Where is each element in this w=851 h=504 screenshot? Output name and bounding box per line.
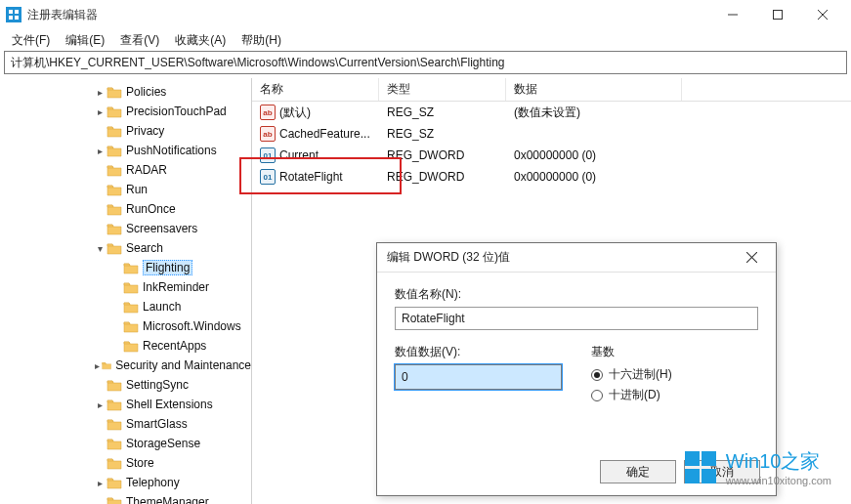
list-row[interactable]: ab(默认)REG_SZ(数值未设置) (252, 102, 851, 123)
value-name: RotateFlight (279, 170, 343, 184)
tree-item[interactable]: ▸Security and Maintenance (0, 356, 251, 375)
value-type: REG_SZ (379, 105, 506, 119)
svg-rect-1 (15, 10, 19, 14)
tree-item[interactable]: ▸PrecisionTouchPad (0, 102, 251, 121)
tree-item[interactable]: RunOnce (0, 199, 251, 219)
value-data: 0x00000000 (0) (506, 148, 682, 162)
list-row[interactable]: 01CurrentREG_DWORD0x00000000 (0) (252, 145, 851, 166)
tree-item-label: SettingSync (126, 378, 189, 392)
tree-item-label: Security and Maintenance (115, 358, 251, 372)
maximize-button[interactable] (755, 0, 800, 29)
svg-rect-5 (774, 11, 783, 20)
value-data: 0x00000000 (0) (506, 170, 682, 184)
radio-dec[interactable]: 十进制(D) (591, 387, 758, 403)
tree-item-label: RunOnce (126, 202, 176, 216)
dialog-title: 编辑 DWORD (32 位)值 (387, 249, 737, 266)
tree-item[interactable]: ▸Telephony (0, 473, 251, 492)
tree-item-label: RADAR (126, 163, 167, 177)
regedit-icon (6, 7, 21, 22)
tree-item[interactable]: Screensavers (0, 219, 251, 238)
tree-item-label: Store (126, 456, 154, 470)
tree-item[interactable]: Microsoft.Windows (0, 316, 251, 336)
menu-help[interactable]: 帮助(H) (234, 30, 289, 51)
value-data-input[interactable] (395, 364, 562, 390)
edit-dword-dialog: 编辑 DWORD (32 位)值 数值名称(N): RotateFlight 数… (376, 242, 777, 496)
list-header: 名称 类型 数据 (252, 78, 851, 102)
svg-rect-3 (15, 16, 19, 20)
tree-panel[interactable]: ▸Policies▸PrecisionTouchPadPrivacy▸PushN… (0, 78, 252, 504)
radio-icon (591, 390, 603, 401)
titlebar: 注册表编辑器 (0, 0, 851, 29)
tree-item-label: Run (126, 183, 148, 196)
tree-item[interactable]: ▸PushNotifications (0, 141, 251, 160)
dialog-close-button[interactable] (737, 243, 766, 273)
list-row[interactable]: abCachedFeature...REG_SZ (252, 123, 851, 145)
tree-item-label: Launch (143, 300, 181, 314)
tree-item-label: InkReminder (143, 280, 209, 294)
expander-icon[interactable]: ▸ (93, 360, 102, 371)
tree-item[interactable]: RecentApps (0, 336, 251, 356)
dialog-buttons: 确定 取消 (600, 460, 760, 483)
tree-item[interactable]: Privacy (0, 121, 251, 141)
window-title: 注册表编辑器 (27, 7, 710, 23)
tree-item-label: PushNotifications (126, 144, 217, 157)
tree-item[interactable]: StorageSense (0, 434, 251, 453)
col-data[interactable]: 数据 (506, 78, 682, 101)
tree-item-label: Shell Extensions (126, 398, 213, 411)
radio-icon (591, 369, 603, 381)
value-type-icon: ab (260, 126, 276, 142)
minimize-button[interactable] (710, 0, 755, 29)
tree-item[interactable]: ▸Policies (0, 82, 251, 102)
tree-item-label: PrecisionTouchPad (126, 105, 227, 118)
radio-hex[interactable]: 十六进制(H) (591, 366, 758, 383)
expander-icon[interactable]: ▾ (93, 243, 106, 254)
tree-item-label: Screensavers (126, 222, 197, 235)
menu-edit[interactable]: 编辑(E) (58, 30, 112, 51)
tree-item[interactable]: ThemeManager (0, 492, 251, 504)
radio-hex-label: 十六进制(H) (609, 366, 672, 383)
tree-item[interactable]: RADAR (0, 160, 251, 180)
expander-icon[interactable]: ▸ (93, 106, 106, 117)
tree-item[interactable]: Run (0, 180, 251, 199)
ok-button[interactable]: 确定 (600, 460, 676, 483)
tree-item-label: Flighting (143, 260, 192, 275)
tree-item[interactable]: ▸Shell Extensions (0, 395, 251, 414)
tree-item[interactable]: InkReminder (0, 277, 251, 297)
tree-item-label: ThemeManager (126, 495, 209, 504)
tree-item-label: Policies (126, 85, 166, 99)
tree-item[interactable]: Store (0, 453, 251, 473)
tree-item-label: StorageSense (126, 437, 200, 450)
svg-rect-0 (9, 10, 13, 14)
close-button[interactable] (800, 0, 845, 29)
tree-item[interactable]: SmartGlass (0, 414, 251, 434)
col-name[interactable]: 名称 (252, 78, 379, 101)
tree-item[interactable]: ▾Search (0, 238, 251, 258)
address-bar[interactable]: 计算机\HKEY_CURRENT_USER\Software\Microsoft… (4, 51, 847, 74)
expander-icon[interactable]: ▸ (93, 478, 106, 488)
value-name: CachedFeature... (279, 127, 370, 141)
tree-item[interactable]: Launch (0, 297, 251, 316)
list-row[interactable]: 01RotateFlightREG_DWORD0x00000000 (0) (252, 166, 851, 188)
expander-icon[interactable]: ▸ (93, 87, 106, 98)
tree-item-label: Privacy (126, 124, 164, 138)
radio-dec-label: 十进制(D) (609, 387, 660, 403)
list-body: ab(默认)REG_SZ(数值未设置)abCachedFeature...REG… (252, 102, 851, 188)
tree-item-label: Telephony (126, 476, 180, 489)
expander-icon[interactable]: ▸ (93, 399, 106, 410)
menubar: 文件(F) 编辑(E) 查看(V) 收藏夹(A) 帮助(H) (0, 29, 851, 51)
cancel-button[interactable]: 取消 (684, 460, 760, 483)
menu-view[interactable]: 查看(V) (112, 30, 167, 51)
value-name-field: RotateFlight (395, 307, 758, 330)
tree-item[interactable]: Flighting (0, 258, 251, 277)
base-label: 基数 (591, 344, 758, 360)
dialog-titlebar: 编辑 DWORD (32 位)值 (377, 243, 776, 273)
menu-file[interactable]: 文件(F) (4, 30, 58, 51)
menu-favorites[interactable]: 收藏夹(A) (167, 30, 234, 51)
tree-item[interactable]: SettingSync (0, 375, 251, 395)
expander-icon[interactable]: ▸ (93, 146, 106, 156)
col-type[interactable]: 类型 (379, 78, 506, 101)
value-type-icon: 01 (260, 169, 276, 185)
window-controls (710, 0, 845, 29)
value-type: REG_DWORD (379, 170, 506, 184)
value-type-icon: ab (260, 105, 276, 120)
